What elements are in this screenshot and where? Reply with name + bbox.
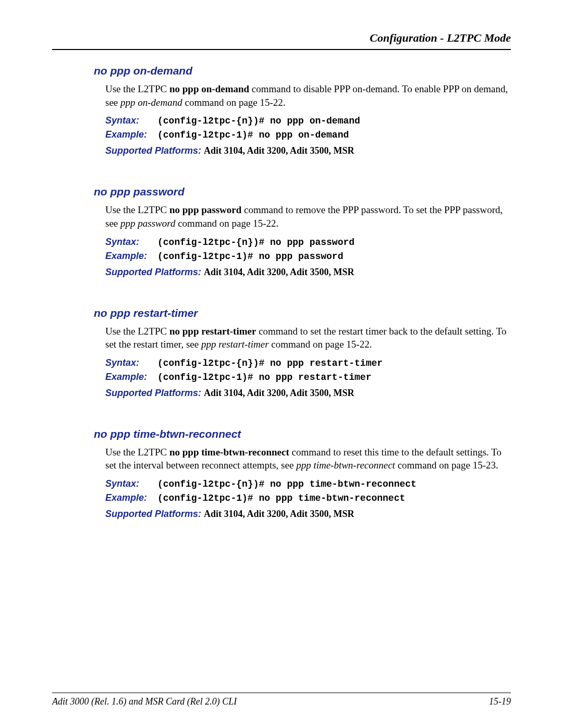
example-row: Example: (config-l2tpc-1)# no ppp passwo… — [94, 251, 511, 262]
example-row: Example: (config-l2tpc-1)# no ppp on-dem… — [94, 129, 511, 140]
cross-ref: ppp restart-timer — [201, 339, 269, 350]
platforms-row: Supported Platforms: Adit 3104, Adit 320… — [94, 267, 511, 278]
text: command on page 15-22. — [175, 218, 278, 229]
platforms-label: Supported Platforms: — [105, 509, 204, 519]
example-row: Example: (config-l2tpc-1)# no ppp time-b… — [94, 492, 511, 503]
example-value: (config-l2tpc-1)# no ppp password — [157, 251, 343, 262]
syntax-row: Syntax: (config-l2tpc-{n})# no ppp passw… — [94, 237, 511, 248]
page: Configuration - L2TPC Mode no ppp on-dem… — [0, 0, 563, 728]
header-rule — [52, 49, 511, 50]
page-footer: Adit 3000 (Rel. 1.6) and MSR Card (Rel 2… — [52, 693, 511, 707]
section-title: no ppp password — [94, 186, 511, 198]
footer-left: Adit 3000 (Rel. 1.6) and MSR Card (Rel 2… — [52, 696, 237, 707]
text: Use the L2TPC — [105, 326, 169, 337]
text: command on page 15-22. — [269, 339, 372, 350]
platforms-value: Adit 3104, Adit 3200, Adit 3500, MSR — [204, 388, 354, 398]
platforms-label: Supported Platforms: — [105, 145, 204, 156]
syntax-label: Syntax: — [105, 237, 157, 248]
footer-row: Adit 3000 (Rel. 1.6) and MSR Card (Rel 2… — [52, 696, 511, 707]
cross-ref: ppp time-btwn-reconnect — [296, 460, 395, 471]
section-no-ppp-restart-timer: no ppp restart-timer Use the L2TPC no pp… — [52, 307, 511, 399]
example-label: Example: — [105, 492, 157, 503]
section-intro: Use the L2TPC no ppp password command to… — [94, 203, 511, 230]
command-name: no ppp restart-timer — [169, 326, 256, 337]
text: command on page 15-22. — [182, 97, 286, 108]
command-name: no ppp on-demand — [169, 83, 249, 94]
section-intro: Use the L2TPC no ppp on-demand command t… — [94, 82, 511, 109]
platforms-row: Supported Platforms: Adit 3104, Adit 320… — [94, 509, 511, 520]
footer-rule — [52, 693, 511, 693]
platforms-row: Supported Platforms: Adit 3104, Adit 320… — [94, 388, 511, 399]
syntax-label: Syntax: — [105, 478, 157, 489]
example-label: Example: — [105, 251, 157, 262]
example-label: Example: — [105, 372, 157, 382]
command-name: no ppp password — [169, 204, 241, 215]
text: Use the L2TPC — [105, 83, 169, 94]
platforms-row: Supported Platforms: Adit 3104, Adit 320… — [94, 145, 511, 156]
section-no-ppp-on-demand: no ppp on-demand Use the L2TPC no ppp on… — [52, 65, 511, 156]
section-title: no ppp on-demand — [94, 65, 511, 77]
syntax-value: (config-l2tpc-{n})# no ppp on-demand — [157, 116, 360, 126]
syntax-row: Syntax: (config-l2tpc-{n})# no ppp time-… — [94, 478, 511, 489]
syntax-label: Syntax: — [105, 115, 157, 126]
section-title: no ppp time-btwn-reconnect — [94, 428, 511, 440]
platforms-label: Supported Platforms: — [105, 388, 204, 398]
section-no-ppp-time-btwn-reconnect: no ppp time-btwn-reconnect Use the L2TPC… — [52, 428, 511, 520]
syntax-value: (config-l2tpc-{n})# no ppp time-btwn-rec… — [157, 479, 417, 489]
platforms-value: Adit 3104, Adit 3200, Adit 3500, MSR — [204, 267, 354, 277]
command-name: no ppp time-btwn-reconnect — [169, 447, 289, 458]
syntax-row: Syntax: (config-l2tpc-{n})# no ppp resta… — [94, 357, 511, 368]
syntax-value: (config-l2tpc-{n})# no ppp restart-timer — [157, 358, 383, 368]
platforms-label: Supported Platforms: — [105, 267, 204, 277]
section-no-ppp-password: no ppp password Use the L2TPC no ppp pas… — [52, 186, 511, 277]
platforms-value: Adit 3104, Adit 3200, Adit 3500, MSR — [204, 145, 354, 156]
example-value: (config-l2tpc-1)# no ppp on-demand — [157, 130, 349, 140]
syntax-label: Syntax: — [105, 357, 157, 368]
example-value: (config-l2tpc-1)# no ppp time-btwn-recon… — [157, 493, 405, 503]
text: Use the L2TPC — [105, 204, 169, 215]
text: Use the L2TPC — [105, 447, 169, 458]
syntax-value: (config-l2tpc-{n})# no ppp password — [157, 237, 354, 248]
page-number: 15-19 — [489, 696, 511, 707]
example-row: Example: (config-l2tpc-1)# no ppp restar… — [94, 372, 511, 382]
running-header: Configuration - L2TPC Mode — [52, 31, 511, 45]
cross-ref: ppp on-demand — [120, 97, 182, 108]
example-label: Example: — [105, 129, 157, 140]
example-value: (config-l2tpc-1)# no ppp restart-timer — [157, 372, 371, 382]
section-title: no ppp restart-timer — [94, 307, 511, 319]
cross-ref: ppp password — [120, 218, 175, 229]
syntax-row: Syntax: (config-l2tpc-{n})# no ppp on-de… — [94, 115, 511, 126]
platforms-value: Adit 3104, Adit 3200, Adit 3500, MSR — [204, 509, 354, 519]
section-intro: Use the L2TPC no ppp restart-timer comma… — [94, 325, 511, 351]
section-intro: Use the L2TPC no ppp time-btwn-reconnect… — [94, 446, 511, 472]
text: command on page 15-23. — [395, 460, 498, 471]
